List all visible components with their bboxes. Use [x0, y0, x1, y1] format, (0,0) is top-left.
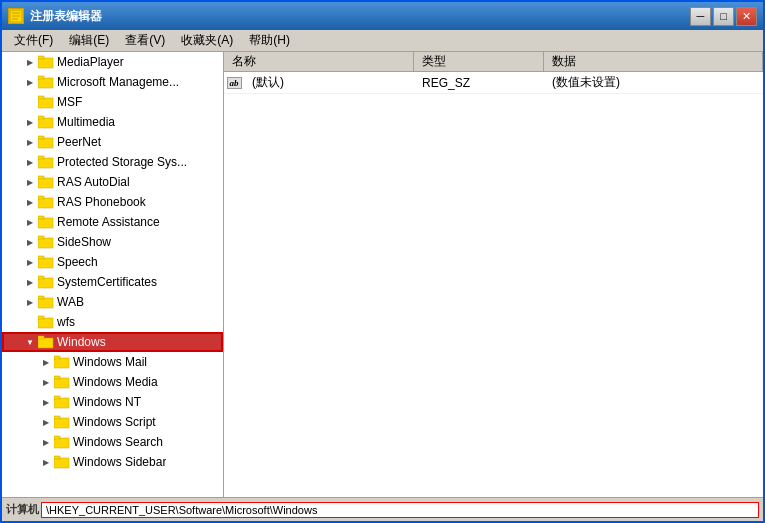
tree-item-windowssearch[interactable]: Windows Search — [2, 432, 223, 452]
folder-icon — [54, 435, 70, 449]
svg-rect-11 — [38, 116, 44, 119]
tree-item-speech[interactable]: Speech — [2, 252, 223, 272]
menu-edit[interactable]: 编辑(E) — [61, 30, 117, 51]
expander-icon[interactable] — [22, 194, 38, 210]
menu-bar: 文件(F) 编辑(E) 查看(V) 收藏夹(A) 帮助(H) — [2, 30, 763, 52]
status-label: 计算机 — [6, 502, 39, 517]
expander-icon[interactable] — [22, 274, 38, 290]
tree-item-multimedia[interactable]: Multimedia — [2, 112, 223, 132]
tree-item-windowsscript[interactable]: Windows Script — [2, 412, 223, 432]
tree-item-windows[interactable]: Windows — [2, 332, 223, 352]
svg-rect-44 — [54, 458, 69, 468]
expander-icon[interactable] — [38, 414, 54, 430]
menu-file[interactable]: 文件(F) — [6, 30, 61, 51]
expander-icon[interactable] — [38, 394, 54, 410]
right-pane: 名称 类型 数据 ab (默认) REG_SZ (数值未设置) — [224, 52, 763, 497]
tree-item-msf[interactable]: MSF — [2, 92, 223, 112]
menu-help[interactable]: 帮助(H) — [241, 30, 298, 51]
tree-item-windowsmedia[interactable]: Windows Media — [2, 372, 223, 392]
expander-icon[interactable] — [22, 294, 38, 310]
expander-icon[interactable] — [22, 334, 38, 350]
svg-rect-28 — [38, 298, 53, 308]
svg-rect-25 — [38, 256, 44, 259]
tree-item-sideshow[interactable]: SideShow — [2, 232, 223, 252]
ab-text-icon: ab — [227, 77, 242, 89]
tree-item-rasphonebook[interactable]: RAS Phonebook — [2, 192, 223, 212]
tree-item-mediaplayer[interactable]: MediaPlayer — [2, 52, 223, 72]
folder-icon — [54, 455, 70, 469]
left-pane: MediaPlayer Microsoft Manageme... MSF — [2, 52, 224, 497]
table-row[interactable]: ab (默认) REG_SZ (数值未设置) — [224, 72, 763, 94]
expander-icon[interactable] — [38, 434, 54, 450]
reg-value-icon: ab — [224, 77, 244, 89]
minimize-button[interactable]: ─ — [690, 7, 711, 26]
menu-view[interactable]: 查看(V) — [117, 30, 173, 51]
svg-rect-23 — [38, 236, 44, 239]
col-header-name[interactable]: 名称 — [224, 52, 414, 71]
svg-rect-34 — [54, 358, 69, 368]
folder-icon — [38, 255, 54, 269]
expander-icon[interactable] — [22, 254, 38, 270]
folder-icon — [38, 75, 54, 89]
svg-rect-10 — [38, 118, 53, 128]
folder-icon — [38, 175, 54, 189]
tree-label: RAS Phonebook — [57, 195, 146, 209]
tree-item-wab[interactable]: WAB — [2, 292, 223, 312]
tree-label: Microsoft Manageme... — [57, 75, 179, 89]
folder-icon — [38, 215, 54, 229]
tree-item-windowsnt[interactable]: Windows NT — [2, 392, 223, 412]
tree-item-wfs[interactable]: wfs — [2, 312, 223, 332]
col-header-data[interactable]: 数据 — [544, 52, 763, 71]
tree-item-systemcertificates[interactable]: SystemCertificates — [2, 272, 223, 292]
tree-label: RAS AutoDial — [57, 175, 130, 189]
tree-label: WAB — [57, 295, 84, 309]
svg-rect-17 — [38, 176, 44, 179]
svg-rect-12 — [38, 138, 53, 148]
expander-icon[interactable] — [38, 354, 54, 370]
svg-rect-41 — [54, 416, 60, 419]
tree-item-peernet[interactable]: PeerNet — [2, 132, 223, 152]
tree-label: Speech — [57, 255, 98, 269]
expander-icon[interactable] — [22, 234, 38, 250]
close-button[interactable]: ✕ — [736, 7, 757, 26]
svg-rect-40 — [54, 418, 69, 428]
expander-icon[interactable] — [22, 54, 38, 70]
menu-favorites[interactable]: 收藏夹(A) — [173, 30, 241, 51]
svg-rect-14 — [38, 158, 53, 168]
expander-icon[interactable] — [22, 154, 38, 170]
folder-icon — [38, 295, 54, 309]
expander-icon[interactable] — [22, 174, 38, 190]
tree-label: Protected Storage Sys... — [57, 155, 187, 169]
tree-item-windowssidebar[interactable]: Windows Sidebar — [2, 452, 223, 472]
svg-rect-45 — [54, 456, 60, 459]
svg-rect-31 — [38, 316, 44, 319]
expander-icon[interactable] — [22, 74, 38, 90]
svg-rect-24 — [38, 258, 53, 268]
expander-icon[interactable] — [22, 114, 38, 130]
expander-icon[interactable] — [38, 454, 54, 470]
svg-rect-15 — [38, 156, 44, 159]
expander-icon[interactable] — [22, 214, 38, 230]
tree-label: Windows Media — [73, 375, 158, 389]
tree-label: MediaPlayer — [57, 55, 124, 69]
svg-rect-21 — [38, 216, 44, 219]
col-header-type[interactable]: 类型 — [414, 52, 544, 71]
expander-icon[interactable] — [38, 374, 54, 390]
tree-item-remoteassistance[interactable]: Remote Assistance — [2, 212, 223, 232]
reg-cell-type: REG_SZ — [414, 74, 544, 92]
tree-label: Windows Script — [73, 415, 156, 429]
folder-icon — [54, 415, 70, 429]
maximize-button[interactable]: □ — [713, 7, 734, 26]
tree-item-windowsmail[interactable]: Windows Mail — [2, 352, 223, 372]
svg-rect-5 — [38, 56, 44, 59]
status-path: \HKEY_CURRENT_USER\Software\Microsoft\Wi… — [41, 502, 759, 518]
tree-scroll[interactable]: MediaPlayer Microsoft Manageme... MSF — [2, 52, 223, 497]
tree-item-protectedstorage[interactable]: Protected Storage Sys... — [2, 152, 223, 172]
svg-rect-27 — [38, 276, 44, 279]
tree-item-microsoftmanagement[interactable]: Microsoft Manageme... — [2, 72, 223, 92]
expander-icon[interactable] — [22, 134, 38, 150]
folder-icon — [38, 115, 54, 129]
folder-icon — [38, 275, 54, 289]
folder-icon — [38, 195, 54, 209]
tree-item-rasautodial[interactable]: RAS AutoDial — [2, 172, 223, 192]
